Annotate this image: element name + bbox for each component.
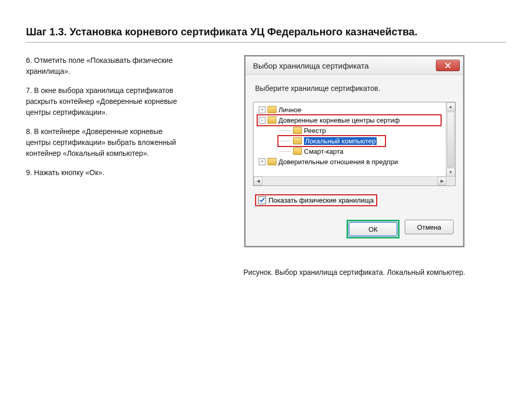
tree-connector — [280, 128, 293, 134]
check-icon — [259, 197, 265, 203]
tree-item-trusted-root[interactable]: − Доверенные корневые центры сертиф — [255, 115, 454, 125]
horizontal-scrollbar[interactable]: ◀ ▶ — [254, 176, 446, 185]
dialog-instruction: Выберите хранилище сертификатов. — [255, 84, 456, 92]
scroll-corner — [446, 177, 455, 185]
folder-icon — [268, 106, 276, 113]
tree-label: Доверенные корневые центры сертиф — [278, 116, 400, 124]
tree-label-selected: Локальный компьютер — [304, 137, 377, 145]
scroll-down-icon[interactable]: ▼ — [446, 168, 455, 177]
expander-icon[interactable]: + — [259, 158, 265, 165]
checkbox-label: Показать физические хранилища — [269, 196, 374, 204]
folder-icon — [268, 116, 276, 124]
folder-icon — [293, 148, 302, 155]
step-6: 6. Отметить поле «Показывать физические … — [26, 55, 182, 77]
folder-icon — [268, 158, 276, 165]
step-8: 8. В контейнере «Доверенные корневые цен… — [26, 126, 182, 159]
tree-item-registry[interactable]: Реестр — [255, 125, 454, 136]
dialog: Выбор хранилища сертификата Выберите хра… — [245, 56, 463, 246]
scroll-right-icon[interactable]: ▶ — [437, 177, 446, 185]
expander-icon[interactable]: + — [259, 107, 265, 113]
instructions: 6. Отметить поле «Показывать физические … — [26, 55, 182, 276]
tree-view[interactable]: + Личное − Доверенные корневые центры се… — [253, 102, 456, 186]
tree-item-local-computer[interactable]: Локальный компьютер — [255, 136, 454, 146]
tree-label: Смарт-карта — [304, 148, 343, 155]
figure-caption: Рисунок. Выбор хранилища сертификата. Ло… — [244, 268, 466, 276]
title-underline — [26, 42, 506, 43]
tree-item-personal[interactable]: + Личное — [255, 104, 454, 115]
folder-icon — [293, 127, 302, 134]
cancel-button[interactable]: Отмена — [405, 220, 454, 234]
highlight-red: Показать физические хранилища — [255, 194, 377, 206]
page-title: Шаг 1.3. Установка корневого сертификата… — [26, 26, 506, 38]
dialog-frame: Выбор хранилища сертификата Выберите хра… — [244, 55, 464, 247]
close-icon — [445, 63, 450, 68]
folder-icon — [293, 137, 302, 144]
tree-label: Доверительные отношения в предпри — [278, 158, 398, 166]
step-7: 7. В окне выбора хранилища сертификатов … — [26, 85, 182, 118]
scroll-up-icon[interactable]: ▲ — [446, 102, 455, 111]
tree-connector — [280, 149, 293, 154]
tree-label: Личное — [278, 106, 301, 114]
tree-item-trusted-relations[interactable]: + Доверительные отношения в предпри — [255, 156, 454, 167]
show-physical-stores-checkbox[interactable] — [258, 196, 266, 204]
scroll-thumb[interactable] — [447, 112, 455, 167]
dialog-title: Выбор хранилища сертификата — [253, 61, 369, 70]
ok-button[interactable]: ОК — [349, 222, 397, 236]
tree-label: Реестр — [304, 127, 326, 135]
step-9: 9. Нажать кнопку «Ок». — [26, 167, 182, 178]
tree-item-smart-card[interactable]: Смарт-карта — [255, 146, 454, 156]
highlight-green: ОК — [347, 220, 400, 238]
tree-connector — [280, 138, 293, 144]
close-button[interactable] — [436, 60, 460, 71]
titlebar: Выбор хранилища сертификата — [246, 57, 463, 75]
scroll-left-icon[interactable]: ◀ — [254, 177, 262, 185]
expander-icon[interactable]: − — [259, 117, 265, 124]
vertical-scrollbar[interactable]: ▲ ▼ — [446, 102, 455, 177]
